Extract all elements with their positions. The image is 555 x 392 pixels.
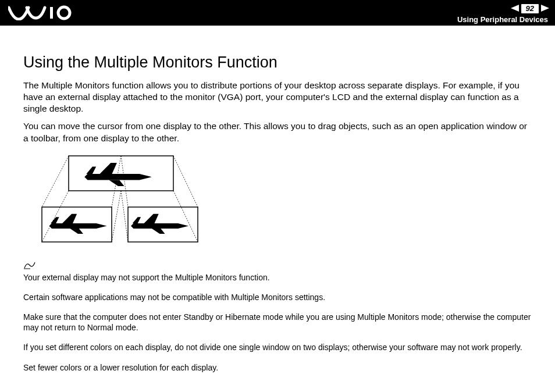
svg-marker-2 (511, 5, 519, 12)
note-text: Set fewer colors or a lower resolution f… (23, 362, 532, 373)
svg-line-10 (112, 191, 121, 242)
section-title: Using Peripheral Devices (457, 15, 549, 24)
svg-rect-0 (50, 7, 53, 19)
note-text: Make sure that the computer does not ent… (23, 312, 532, 333)
header-nav: 92 Using Peripheral Devices (457, 2, 549, 24)
page-title: Using the Multiple Monitors Function (23, 54, 532, 72)
svg-line-7 (42, 156, 69, 207)
body-paragraph: The Multiple Monitors function allows yo… (23, 80, 532, 115)
page-content: Using the Multiple Monitors Function The… (0, 26, 555, 388)
note-text: Your external display may not support th… (23, 272, 532, 283)
next-page-arrow-icon[interactable] (541, 3, 549, 14)
note-text: If you set different colors on each disp… (23, 342, 532, 352)
note-text: Certain software applications may not be… (23, 292, 532, 302)
note-icon (23, 261, 532, 272)
prev-page-arrow-icon[interactable] (511, 3, 519, 14)
svg-marker-3 (541, 5, 549, 12)
page-number: 92 (521, 4, 539, 13)
svg-line-13 (173, 156, 198, 207)
multi-monitor-diagram (41, 155, 532, 250)
page-header: 92 Using Peripheral Devices (0, 0, 555, 26)
notes-section: Your external display may not support th… (23, 272, 532, 373)
vaio-logo (8, 5, 72, 20)
body-paragraph: You can move the cursor from one display… (23, 120, 532, 144)
svg-point-1 (58, 7, 70, 19)
